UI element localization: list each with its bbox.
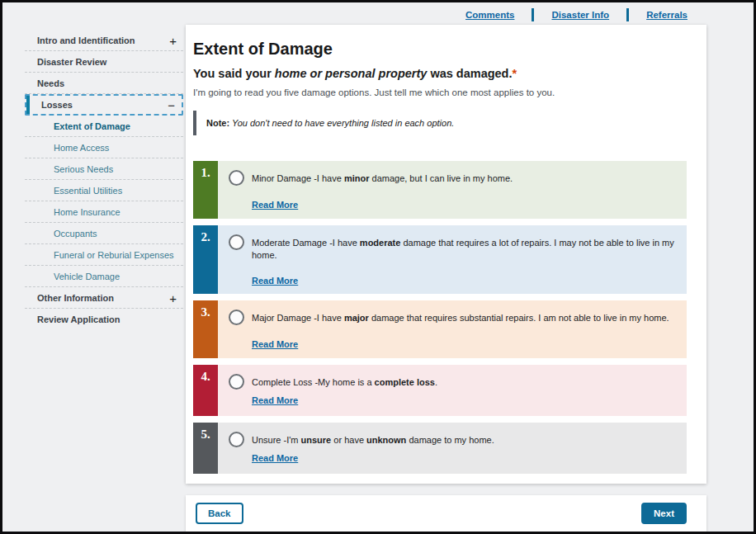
sidebar-item-intro-and-identification[interactable]: Intro and Identification+	[25, 30, 183, 51]
sidebar-item-label: Losses	[26, 100, 73, 110]
sidebar-item-label: Serious Needs	[25, 164, 113, 174]
read-more-link[interactable]: Read More	[252, 339, 298, 349]
option-text: Major Damage -I have major damage that r…	[252, 310, 669, 324]
sidebar-item-disaster-review[interactable]: Disaster Review	[25, 51, 183, 73]
damage-option-row: 3. Major Damage -I have major damage tha…	[193, 300, 687, 358]
nav-link-comments[interactable]: Comments	[465, 10, 514, 20]
damage-option-row: 5. Unsure -I'm unsure or have unknown da…	[193, 423, 687, 474]
radio-button[interactable]	[229, 170, 244, 186]
sidebar-item-serious-needs[interactable]: Serious Needs	[25, 158, 183, 180]
option-body: Unsure -I'm unsure or have unknown damag…	[218, 423, 687, 474]
option-number-block: 1.	[193, 161, 218, 219]
intro-text: I'm going to read you five damage option…	[193, 87, 687, 97]
top-navigation: CommentsDisaster InfoReferrals	[465, 8, 687, 21]
nav-link-disaster-info[interactable]: Disaster Info	[551, 10, 609, 20]
text-segment: moderate	[360, 238, 401, 248]
sidebar-item-label: Needs	[25, 78, 64, 88]
footer-action-bar: Back Next	[186, 495, 706, 532]
text-segment: .	[435, 377, 437, 387]
sidebar-item-label: Intro and Identification	[25, 35, 135, 45]
read-more-link[interactable]: Read More	[252, 395, 298, 405]
option-body: Minor Damage -I have minor damage, but I…	[218, 161, 687, 219]
main-content-card: Extent of Damage You said your home or p…	[186, 25, 706, 484]
text-segment: You don't need to have everything listed…	[229, 118, 454, 128]
text-segment: major	[344, 313, 369, 323]
sidebar-item-label: Disaster Review	[25, 57, 106, 67]
text-segment: Moderate Damage -I have	[252, 238, 360, 248]
sidebar-item-needs[interactable]: Needs	[25, 73, 183, 94]
sidebar-item-label: Essential Utilities	[25, 186, 122, 196]
option-body: Moderate Damage -I have moderate damage …	[218, 225, 687, 294]
text-segment: or have	[331, 435, 366, 445]
text-segment: unsure	[301, 435, 332, 445]
sidebar-item-home-insurance[interactable]: Home Insurance	[25, 201, 183, 223]
option-number-block: 3.	[193, 300, 218, 358]
radio-button[interactable]	[229, 374, 244, 390]
sidebar-item-label: Vehicle Damage	[25, 272, 120, 281]
text-segment: unknown	[366, 435, 406, 445]
sidebar-navigation: Intro and Identification+Disaster Review…	[25, 30, 183, 330]
sidebar-item-review-application[interactable]: Review Application	[25, 309, 183, 330]
sidebar-item-funeral-or-reburial-expenses[interactable]: Funeral or Reburial Expenses	[25, 244, 183, 266]
nav-link-referrals[interactable]: Referrals	[646, 10, 687, 20]
page-title: Extent of Damage	[193, 40, 687, 59]
damage-option-row: 4. Complete Loss -My home is a complete …	[193, 365, 687, 416]
expand-plus-icon[interactable]: +	[169, 291, 177, 304]
damage-option-row: 1. Minor Damage -I have minor damage, bu…	[193, 161, 687, 219]
text-segment: Major Damage -I have	[252, 313, 344, 323]
sidebar-item-other-information[interactable]: Other Information+	[25, 287, 183, 309]
damage-option-row: 2. Moderate Damage -I have moderate dama…	[193, 225, 687, 294]
sidebar-item-label: Review Application	[25, 314, 120, 324]
text-segment: damage that requires substantial repairs…	[369, 313, 669, 323]
application-window: CommentsDisaster InfoReferrals Intro and…	[0, 0, 756, 534]
radio-button[interactable]	[229, 234, 244, 250]
back-button[interactable]: Back	[196, 503, 243, 524]
radio-button[interactable]	[229, 432, 244, 447]
nav-separator	[532, 8, 534, 21]
option-body: Major Damage -I have major damage that r…	[218, 300, 687, 358]
sidebar-item-label: Home Insurance	[25, 207, 120, 217]
radio-button[interactable]	[229, 310, 244, 325]
option-number-block: 2.	[193, 225, 218, 294]
text-segment: You said your	[193, 67, 275, 80]
option-body: Complete Loss -My home is a complete los…	[218, 365, 687, 416]
question-subtitle: You said your home or personal property …	[193, 67, 687, 80]
read-more-link[interactable]: Read More	[252, 276, 298, 286]
sidebar-item-label: Extent of Damage	[25, 121, 130, 131]
option-text: Minor Damage -I have minor damage, but I…	[252, 170, 513, 185]
text-segment: Note:	[206, 118, 229, 128]
text-segment: home or personal property	[275, 67, 428, 80]
sidebar-item-label: Funeral or Reburial Expenses	[25, 250, 174, 260]
text-segment: minor	[344, 173, 370, 183]
next-button[interactable]: Next	[641, 503, 687, 524]
read-more-link[interactable]: Read More	[252, 453, 298, 463]
option-number-block: 5.	[193, 423, 218, 474]
option-text: Unsure -I'm unsure or have unknown damag…	[252, 432, 494, 447]
collapse-minus-icon[interactable]: −	[168, 99, 175, 111]
option-text: Moderate Damage -I have moderate damage …	[252, 234, 675, 262]
text-segment: *	[513, 67, 517, 80]
sidebar-item-vehicle-damage[interactable]: Vehicle Damage	[25, 266, 183, 287]
text-segment: Unsure -I'm	[252, 435, 301, 445]
sidebar-item-label: Other Information	[25, 293, 114, 303]
text-segment: damage to my home.	[406, 435, 494, 445]
sidebar-item-losses[interactable]: Losses−	[25, 94, 183, 116]
option-number-block: 4.	[193, 365, 218, 416]
sidebar-item-essential-utilities[interactable]: Essential Utilities	[25, 180, 183, 201]
sidebar-item-home-access[interactable]: Home Access	[25, 137, 183, 158]
text-segment: complete loss	[375, 377, 435, 387]
note-callout: Note: You don't need to have everything …	[193, 111, 687, 135]
text-segment: was damaged.	[427, 67, 512, 80]
sidebar-item-label: Occupants	[25, 229, 97, 239]
sidebar-item-label: Home Access	[25, 143, 109, 153]
read-more-link[interactable]: Read More	[252, 200, 298, 210]
sidebar-item-occupants[interactable]: Occupants	[25, 223, 183, 244]
option-text: Complete Loss -My home is a complete los…	[252, 374, 437, 389]
sidebar-item-extent-of-damage[interactable]: Extent of Damage	[25, 116, 183, 137]
text-segment: damage, but I can live in my home.	[369, 173, 513, 183]
damage-options-list: 1. Minor Damage -I have minor damage, bu…	[193, 161, 687, 474]
text-segment: Complete Loss -My home is a	[252, 377, 375, 387]
text-segment: Minor Damage -I have	[252, 173, 344, 183]
nav-separator	[626, 8, 629, 21]
expand-plus-icon[interactable]: +	[169, 34, 177, 46]
